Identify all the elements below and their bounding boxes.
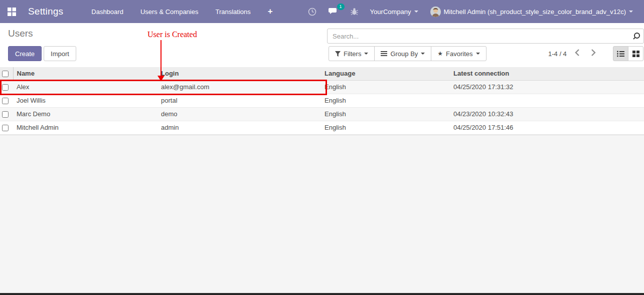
row-checkbox[interactable] bbox=[2, 98, 9, 104]
select-all-cell bbox=[0, 67, 13, 80]
page-title: Users bbox=[8, 28, 33, 39]
star-icon: ★ bbox=[437, 50, 443, 57]
row-checkbox-cell bbox=[0, 80, 13, 94]
cell-name: Marc Demo bbox=[13, 107, 157, 121]
group-by-icon bbox=[381, 50, 387, 57]
row-checkbox-cell bbox=[0, 94, 13, 107]
row-checkbox-cell bbox=[0, 121, 13, 134]
filters-dropdown[interactable]: Filters bbox=[329, 46, 375, 61]
row-checkbox-cell bbox=[0, 107, 13, 121]
cell-login: portal bbox=[157, 94, 321, 107]
cell-latest-connection: 04/25/2020 17:31:32 bbox=[450, 80, 644, 94]
pager-next-icon[interactable] bbox=[588, 48, 599, 59]
column-header-login[interactable]: Login bbox=[157, 67, 321, 80]
menu-dashboard[interactable]: Dashboard bbox=[91, 8, 123, 16]
table-row[interactable]: Mitchell Admin admin English 04/25/2020 … bbox=[0, 121, 644, 134]
view-switcher bbox=[613, 46, 643, 61]
user-name: Mitchell Admin (sh_product_style_size_co… bbox=[444, 8, 626, 16]
table-row[interactable]: Joel Willis portal English bbox=[0, 94, 644, 107]
company-switcher[interactable]: YourCompany bbox=[364, 8, 424, 16]
cell-language: English bbox=[321, 80, 450, 94]
plus-menu-icon[interactable]: + bbox=[268, 7, 273, 17]
kanban-view-button[interactable] bbox=[628, 46, 643, 61]
cell-login: admin bbox=[157, 121, 321, 134]
table-header-row: Name Login Language Latest connection bbox=[0, 67, 644, 80]
pager-previous-icon[interactable] bbox=[572, 48, 583, 59]
empty-area bbox=[0, 135, 644, 293]
systray: 1 YourCompany bbox=[302, 7, 644, 17]
pager: 1-4 / 4 bbox=[548, 46, 599, 61]
column-header-name[interactable]: Name bbox=[13, 67, 157, 80]
company-name: YourCompany bbox=[370, 8, 411, 16]
apps-menu-icon[interactable] bbox=[5, 5, 18, 18]
row-checkbox[interactable] bbox=[2, 125, 9, 131]
chevron-down-icon bbox=[476, 53, 480, 55]
table-row[interactable]: Alex alex@gmail.com English 04/25/2020 1… bbox=[0, 80, 644, 94]
kanban-view-icon bbox=[632, 51, 639, 57]
annotation-text: User is Created bbox=[147, 30, 197, 39]
cell-language: English bbox=[321, 107, 450, 121]
bug-debug-icon[interactable] bbox=[345, 8, 364, 16]
user-menu[interactable]: Mitchell Admin (sh_product_style_size_co… bbox=[424, 7, 639, 17]
list-view-button[interactable] bbox=[613, 46, 628, 61]
row-checkbox[interactable] bbox=[2, 84, 9, 91]
favorites-dropdown[interactable]: ★ Favorites bbox=[431, 46, 486, 61]
avatar bbox=[430, 7, 441, 17]
cell-latest-connection bbox=[450, 94, 644, 107]
cell-language: English bbox=[321, 121, 450, 134]
app-menus: Dashboard Users & Companies Translations bbox=[91, 8, 251, 16]
cell-latest-connection: 04/25/2020 17:51:46 bbox=[450, 121, 644, 134]
column-header-latest-connection[interactable]: Latest connection bbox=[450, 67, 644, 80]
search-input[interactable] bbox=[327, 29, 644, 44]
column-header-language[interactable]: Language bbox=[321, 67, 450, 80]
apps-grid-icon bbox=[8, 8, 16, 16]
row-checkbox[interactable] bbox=[2, 111, 9, 118]
messages-count-badge: 1 bbox=[337, 4, 345, 10]
cell-language: English bbox=[321, 94, 450, 107]
app-title[interactable]: Settings bbox=[28, 6, 63, 17]
search-icon[interactable] bbox=[632, 32, 640, 42]
cell-name: Alex bbox=[13, 80, 157, 94]
chevron-down-icon bbox=[364, 53, 368, 55]
users-table-body: Alex alex@gmail.com English 04/25/2020 1… bbox=[0, 80, 644, 134]
search-box bbox=[327, 29, 644, 44]
chevron-down-icon bbox=[421, 53, 425, 55]
funnel-icon bbox=[335, 51, 341, 57]
group-by-dropdown[interactable]: Group By bbox=[374, 46, 431, 61]
filter-bar: Filters Group By ★ Favorites bbox=[329, 46, 487, 61]
bottom-border bbox=[0, 293, 644, 295]
action-buttons: Create Import bbox=[8, 46, 76, 61]
cell-latest-connection: 04/23/2020 10:32:43 bbox=[450, 107, 644, 121]
select-all-checkbox[interactable] bbox=[2, 71, 9, 77]
list-view-icon bbox=[617, 51, 624, 57]
cell-login: alex@gmail.com bbox=[157, 80, 321, 94]
import-button[interactable]: Import bbox=[44, 46, 76, 61]
messages-icon[interactable]: 1 bbox=[323, 8, 345, 16]
users-table: Name Login Language Latest connection Al… bbox=[0, 67, 644, 135]
cell-login: demo bbox=[157, 107, 321, 121]
cell-name: Mitchell Admin bbox=[13, 121, 157, 134]
filters-label: Filters bbox=[344, 50, 361, 58]
activities-clock-icon[interactable] bbox=[302, 8, 323, 16]
chevron-down-icon bbox=[414, 11, 418, 13]
menu-users-companies[interactable]: Users & Companies bbox=[140, 8, 199, 16]
cell-name: Joel Willis bbox=[13, 94, 157, 107]
chevron-down-icon bbox=[629, 11, 633, 13]
menu-translations[interactable]: Translations bbox=[215, 8, 250, 16]
top-navbar: Settings Dashboard Users & Companies Tra… bbox=[0, 0, 644, 23]
favorites-label: Favorites bbox=[446, 50, 472, 58]
table-row[interactable]: Marc Demo demo English 04/23/2020 10:32:… bbox=[0, 107, 644, 121]
create-button[interactable]: Create bbox=[8, 46, 42, 61]
group-by-label: Group By bbox=[390, 50, 418, 58]
pager-range: 1-4 / 4 bbox=[548, 50, 567, 58]
odoo-window: Settings Dashboard Users & Companies Tra… bbox=[0, 0, 644, 295]
